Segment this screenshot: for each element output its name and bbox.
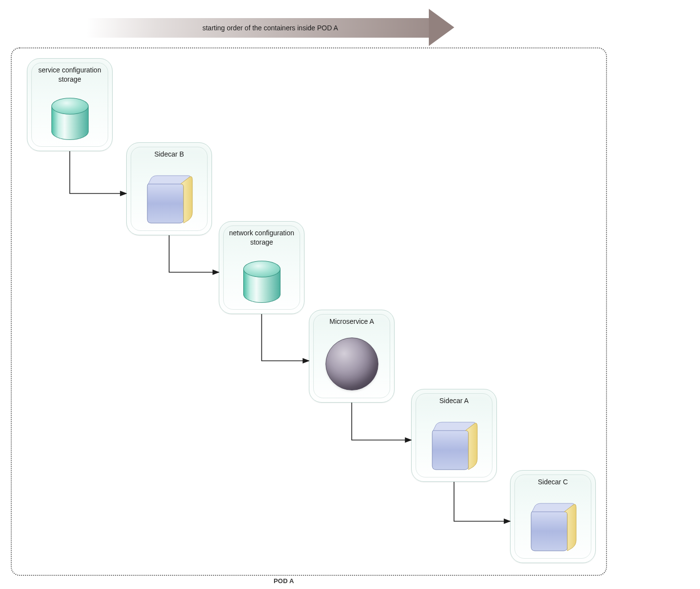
container-icon bbox=[427, 419, 481, 473]
node-label: Microservice A bbox=[309, 317, 394, 326]
node-sidecar-c: Sidecar C bbox=[510, 470, 596, 563]
node-service-config: service configuration storage bbox=[27, 58, 113, 151]
node-label: service configuration storage bbox=[27, 66, 112, 84]
container-icon bbox=[526, 500, 580, 554]
node-sidecar-a: Sidecar A bbox=[411, 389, 497, 482]
cylinder-icon bbox=[243, 261, 280, 303]
container-icon bbox=[142, 172, 196, 226]
edge-network-config-to-microservice-a bbox=[262, 314, 309, 361]
sphere-icon bbox=[326, 338, 378, 390]
node-label: Sidecar B bbox=[127, 150, 211, 159]
node-label: Sidecar C bbox=[511, 477, 595, 487]
node-microservice-a: Microservice A bbox=[309, 310, 395, 403]
edge-service-config-to-sidecar-b bbox=[70, 151, 127, 194]
cylinder-icon bbox=[51, 98, 89, 140]
pod-label: POD A bbox=[274, 577, 294, 585]
node-label: network configuration storage bbox=[219, 228, 304, 247]
timeline-label: starting order of the containers inside … bbox=[86, 18, 454, 38]
diagram-stage: starting order of the containers inside … bbox=[0, 0, 700, 589]
node-network-config: network configuration storage bbox=[219, 221, 304, 314]
edge-sidecar-a-to-sidecar-c bbox=[454, 482, 511, 521]
node-label: Sidecar A bbox=[412, 396, 496, 406]
edge-sidecar-b-to-network-config bbox=[169, 235, 219, 272]
timeline-arrow: starting order of the containers inside … bbox=[86, 9, 454, 46]
edge-microservice-a-to-sidecar-a bbox=[352, 403, 412, 440]
node-sidecar-b: Sidecar B bbox=[126, 142, 212, 235]
